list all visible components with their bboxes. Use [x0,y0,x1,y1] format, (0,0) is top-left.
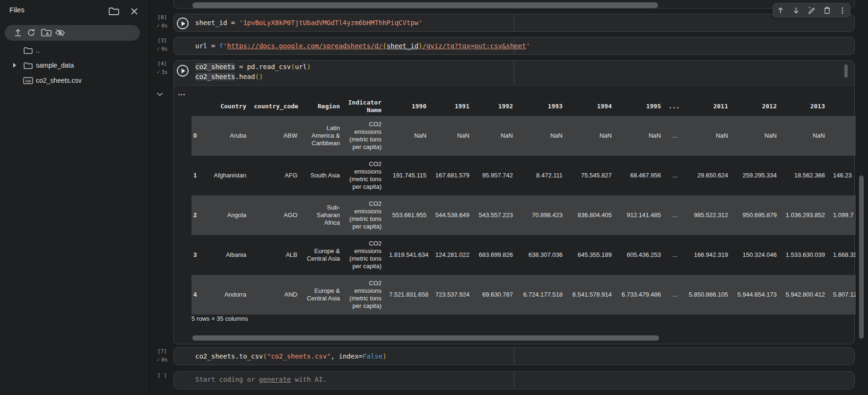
refresh-icon[interactable] [26,28,36,37]
code-line[interactable]: url = f'https://docs.google.com/spreadsh… [195,41,530,51]
dataframe-header-cell: 1994 [566,97,616,116]
tree-item-label: sample_data [36,61,74,69]
notebook-vertical-scrollbar-thumb[interactable] [859,176,864,339]
tree-item-sample-data[interactable]: sample_data [0,60,149,72]
code-line[interactable]: co2_sheets.head() [195,72,263,81]
dataframe-header-cell: 2011 [681,97,732,116]
dataframe-header-cell [829,97,856,116]
execution-status: ✓ 0s [151,45,173,52]
execution-time: 0s [161,23,167,29]
dataframe-cell: 683.699.826 [473,235,517,275]
dataframe-header-cell: 1992 [473,97,517,116]
dataframe-cell: NaN [566,116,616,156]
dataframe-cell: ... [665,156,681,195]
dataframe-cell: ... [665,116,681,156]
run-cell-button[interactable] [177,65,189,77]
code-line[interactable]: co2_sheets = pd.read_csv(url) [195,62,311,71]
dataframe-cell: 1 [191,156,208,195]
dataframe-cell: AFG [250,156,301,195]
code-line[interactable]: sheet_id = '1pvBoLyX8kP0TjtUbadVMGdTl4yz… [195,18,422,27]
mount-drive-icon[interactable] [41,28,52,37]
output-horizontal-scrollbar-thumb[interactable] [192,335,659,341]
files-panel: Files .. sample_data [0,0,149,395]
dataframe-header-cell [191,97,208,116]
move-cell-up-icon[interactable] [776,6,785,15]
execution-count: [7] [151,348,173,354]
dataframe-cell: 1.668.33 [829,235,856,275]
check-icon: ✓ [156,356,160,363]
dataframe-cell: 7.521.831.658 [385,275,430,315]
more-actions-icon[interactable] [838,6,847,15]
dataframe-cell: CO2 emissions (metric tons per capita) [344,195,385,235]
dataframe-cell: 638.307.036 [517,235,566,275]
dataframe-cell: 544.538.649 [430,195,473,235]
dataframe-cell: NaN [430,116,473,156]
dataframe-cell: Europe & Central Asia [301,235,344,275]
dataframe-cell: 836.804.405 [566,195,616,235]
dataframe-cell: 1.819.541.634 [385,235,430,275]
dataframe-cell: ... [665,235,681,275]
dataframe-cell: AND [250,275,301,315]
dataframe-cell: NaN [473,116,517,156]
dataframe-cell: 543.557.223 [473,195,517,235]
dataframe-cell: Angola [208,195,250,235]
cell-placeholder[interactable]: Start coding or generate with AI. [195,376,327,383]
dataframe-cell: 70.898.423 [517,195,566,235]
dataframe-cell: ... [665,275,681,315]
run-cell-button[interactable] [177,18,189,29]
dataframe-header-cell: 1995 [616,97,665,116]
dataframe-header-row: Countrycountry_codeRegionIndicator Name1… [191,97,856,116]
tree-item-co2-sheets-csv[interactable]: CSV co2_sheets.csv [0,75,149,88]
dataframe-cell: CO2 emissions (metric tons per capita) [344,156,385,195]
edit-with-ai-icon[interactable] [807,6,816,15]
dataframe-cell: 950.695.879 [732,195,781,235]
horizontal-scrollbar-thumb[interactable] [192,2,658,8]
dataframe-header-cell: 1993 [517,97,566,116]
dataframe-cell: 553.661.955 [385,195,430,235]
delete-cell-icon[interactable] [822,6,832,15]
toggle-hidden-files-icon[interactable] [55,28,65,37]
dataframe-cell: NaN [385,116,430,156]
check-icon: ✓ [156,69,160,75]
dataframe-cell: 95.957.742 [473,156,517,195]
dataframe-cell: 167.681.579 [430,156,473,195]
output-options-icon[interactable]: ⋯ [178,90,186,99]
dataframe-cell: 0 [191,116,208,156]
dataframe-cell [829,116,856,156]
move-cell-down-icon[interactable] [791,6,801,15]
dataframe-cell: 2 [191,195,208,235]
new-folder-icon[interactable] [108,6,120,17]
dataframe-header-cell: country_code [250,97,301,116]
execution-status: ✓ 0s [151,22,173,29]
tree-item-parent-dir[interactable]: .. [0,44,149,57]
csv-file-icon: CSV [23,77,33,84]
editor-vertical-scrollbar-thumb[interactable] [844,64,848,78]
dataframe-header-cell: 2013 [781,97,829,116]
dataframe-cell: 75.545.827 [566,156,616,195]
dataframe-cell: Albania [208,235,250,275]
upload-icon[interactable] [13,28,23,37]
files-toolbar [5,25,140,41]
dataframe-cell: CO2 emissions (metric tons per capita) [344,235,385,275]
dataframe-cell: 6.724.177.518 [517,275,566,315]
dataframe-cell: NaN [517,116,566,156]
dataframe-cell: 150.324.046 [732,235,781,275]
folder-icon [24,47,33,54]
close-icon[interactable] [130,7,139,16]
dataframe-cell: ... [665,195,681,235]
execution-time: 0s [161,357,167,363]
svg-text:CSV: CSV [26,79,31,83]
check-icon: ✓ [156,22,160,29]
dataframe-cell: 5.942.800.412 [781,275,829,315]
dataframe-cell: NaN [616,116,665,156]
collapse-output-icon[interactable] [156,92,163,97]
tree-item-label: .. [36,46,40,54]
code-line[interactable]: co2_sheets.to_csv("co2_sheets.csv", inde… [195,351,387,361]
generate-link[interactable]: generate [259,376,291,383]
dataframe-cell: 69.630.787 [473,275,517,315]
dataframe-output: Countrycountry_codeRegionIndicator Name1… [191,97,856,316]
column-ruler [514,373,514,388]
caret-right-icon[interactable] [13,63,17,68]
dataframe-cell: Europe & Central Asia [301,275,344,315]
column-ruler [514,349,514,364]
